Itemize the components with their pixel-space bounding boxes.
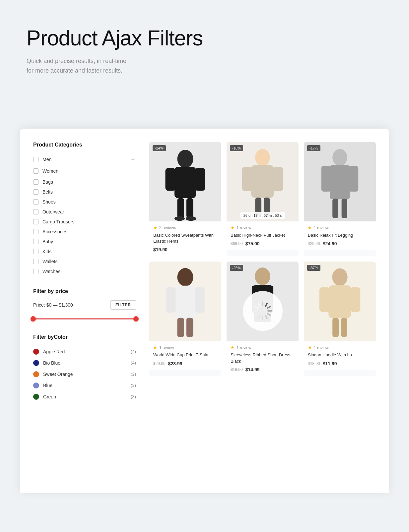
category-checkbox-outerwear[interactable] xyxy=(33,209,38,214)
category-item-shoes[interactable]: Shoes xyxy=(33,197,136,207)
color-dot-apple-red xyxy=(33,349,39,355)
color-item-bio-blue[interactable]: Bio Blue (4) xyxy=(33,357,136,369)
category-label-bags: Bags xyxy=(42,179,136,185)
category-expand-women[interactable]: + xyxy=(130,168,136,175)
category-item-cargo-trousers[interactable]: Cargo Trousers xyxy=(33,217,136,227)
color-count-sweet-orange: (2) xyxy=(131,372,136,377)
product-card-3[interactable]: -17% ★ 1 review Basic Rela xyxy=(304,142,376,256)
category-checkbox-accessories[interactable] xyxy=(33,229,38,234)
category-checkbox-belts[interactable] xyxy=(33,189,38,195)
category-item-wallets[interactable]: Wallets xyxy=(33,257,136,266)
svg-line-10 xyxy=(255,307,258,308)
price-old-5: $19.90 xyxy=(231,367,243,372)
product-rating-1: ★ 2 reviews xyxy=(153,225,217,230)
product-info-6: ★ 1 review Slogan Hoodie With La $18.90 … xyxy=(304,341,376,370)
color-name-sweet-orange: Sweet Orange xyxy=(43,372,131,377)
svg-rect-23 xyxy=(273,167,283,191)
category-checkbox-bags[interactable] xyxy=(33,179,38,185)
svg-rect-16 xyxy=(177,198,184,218)
review-count-2: 1 review xyxy=(237,225,251,230)
svg-rect-29 xyxy=(349,166,358,192)
product-name-1: Basic Colored Sweatpants With Elastic He… xyxy=(153,232,217,244)
svg-rect-44 xyxy=(319,287,330,312)
category-checkbox-kids[interactable] xyxy=(33,249,38,254)
hero-title: Product Ajax Filters xyxy=(27,27,382,50)
product-card-1[interactable]: -24% ★ 2 reviews xyxy=(149,142,221,256)
category-item-outerwear[interactable]: Outerwear xyxy=(33,207,136,217)
svg-rect-15 xyxy=(195,168,205,191)
star-icon-1: ★ xyxy=(153,225,157,230)
category-expand-men[interactable]: + xyxy=(130,156,136,163)
svg-rect-37 xyxy=(186,318,193,337)
color-count-blue: (3) xyxy=(131,383,136,388)
price-filter-button[interactable]: FILTER xyxy=(110,300,136,310)
star-icon-5: ★ xyxy=(231,345,235,350)
svg-rect-43 xyxy=(328,285,351,318)
review-count-1: 2 reviews xyxy=(159,225,176,230)
category-item-baby[interactable]: Baby xyxy=(33,237,136,247)
color-item-sweet-orange[interactable]: Sweet Orange (2) xyxy=(33,369,136,380)
categories-section: Product Categories Men + Women + Bags xyxy=(33,142,136,276)
product-info-5: ★ 1 review Sleeveless Ribbed Short Dress… xyxy=(227,341,299,376)
svg-line-2 xyxy=(267,307,270,308)
category-checkbox-women[interactable] xyxy=(33,168,38,174)
category-checkbox-men[interactable] xyxy=(33,157,38,162)
category-checkbox-baby[interactable] xyxy=(33,239,38,244)
product-badge-6: -37% xyxy=(307,265,320,271)
color-name-blue: Blue xyxy=(43,383,131,388)
product-rating-4: ★ 1 review xyxy=(153,345,217,350)
product-card-6[interactable]: -37% ★ 1 review Slogan Hoo xyxy=(304,262,376,376)
product-badge-3: -17% xyxy=(307,145,320,151)
category-item-accessories[interactable]: Accessories xyxy=(33,227,136,237)
svg-rect-35 xyxy=(195,287,205,313)
price-old-2: $69.00 xyxy=(231,241,243,246)
price-filter-section: Filter by price Price: $0 — $1,300 FILTE… xyxy=(33,288,136,322)
category-checkbox-wallets[interactable] xyxy=(33,259,38,264)
range-slider[interactable] xyxy=(33,316,136,322)
category-checkbox-cargo-trousers[interactable] xyxy=(33,219,38,224)
price-old-6: $18.90 xyxy=(308,361,320,366)
product-price-3: $29.90 $24.90 xyxy=(308,241,372,246)
product-price-2: $69.00 $75.00 xyxy=(231,241,295,246)
product-info-2: ★ 1 review Basic High-Neck Puff Jacket $… xyxy=(227,221,299,250)
category-item-women[interactable]: Women + xyxy=(33,165,136,177)
svg-rect-45 xyxy=(350,287,360,312)
product-card-2[interactable]: -16% 26 d : 17 h : 07 m : 53 s ★ 1 re xyxy=(227,142,299,256)
loading-spinner-overlay xyxy=(243,291,283,331)
product-badge-5: -26% xyxy=(230,265,243,271)
price-old-3: $29.90 xyxy=(308,241,320,246)
category-item-watches[interactable]: Watches xyxy=(33,266,136,276)
price-new-5: $14.99 xyxy=(245,367,260,372)
svg-point-19 xyxy=(186,216,196,221)
product-price-4: $29.00 $23.99 xyxy=(153,361,217,366)
svg-line-1 xyxy=(265,303,267,306)
color-item-blue[interactable]: Blue (3) xyxy=(33,380,136,391)
category-checkbox-watches[interactable] xyxy=(33,269,38,274)
product-info-1: ★ 2 reviews Basic Colored Sweatpants Wit… xyxy=(149,221,221,256)
product-name-2: Basic High-Neck Puff Jacket xyxy=(231,232,295,238)
star-icon-2: ★ xyxy=(231,225,235,230)
range-thumb-left[interactable] xyxy=(31,316,36,322)
svg-rect-46 xyxy=(332,318,339,337)
color-item-green[interactable]: Green (3) xyxy=(33,391,136,402)
category-checkbox-shoes[interactable] xyxy=(33,199,38,205)
product-name-3: Basic Relax Fit Legging xyxy=(308,232,372,238)
product-card-4[interactable]: ★ 1 review World Wide Cup Print T-Shirt … xyxy=(149,262,221,376)
category-item-belts[interactable]: Belts xyxy=(33,187,136,197)
color-dot-blue xyxy=(33,383,39,388)
category-item-men[interactable]: Men + xyxy=(33,154,136,165)
svg-line-8 xyxy=(255,314,258,315)
hero-subtitle: Quick and precise results, in real-time … xyxy=(27,56,382,76)
color-dot-green xyxy=(33,394,39,400)
sidebar: Product Categories Men + Women + Bags xyxy=(33,142,136,480)
svg-rect-21 xyxy=(251,165,274,198)
svg-rect-27 xyxy=(330,165,350,199)
svg-point-18 xyxy=(174,216,185,221)
category-item-kids[interactable]: Kids xyxy=(33,247,136,257)
category-item-bags[interactable]: Bags xyxy=(33,177,136,187)
range-thumb-right[interactable] xyxy=(133,316,139,322)
price-old-4: $29.00 xyxy=(153,361,166,366)
color-item-apple-red[interactable]: Apple Red (4) xyxy=(33,346,136,357)
product-rating-3: ★ 1 review xyxy=(308,225,372,230)
color-count-bio-blue: (4) xyxy=(131,360,136,365)
